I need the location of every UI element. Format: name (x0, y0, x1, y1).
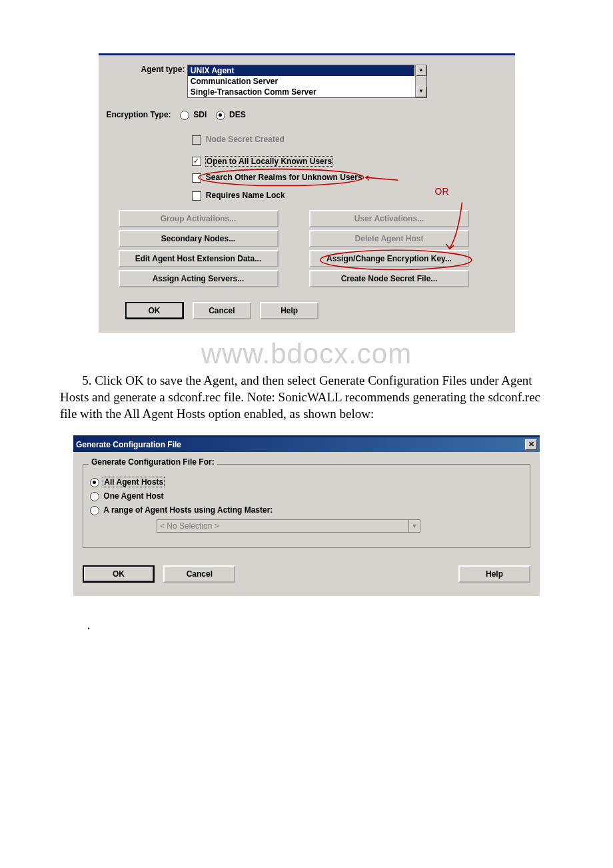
checkbox-node-secret (192, 135, 201, 145)
acting-master-select: < No Selection > ▼ (157, 519, 420, 533)
agent-type-label: Agent type: (105, 65, 185, 74)
checkbox-search-other[interactable] (192, 173, 201, 183)
agent-type-option-unix[interactable]: UNIX Agent (188, 65, 414, 76)
radio-sdi-label: SDI (193, 110, 207, 119)
radio-all-agent-hosts-label: All Agent Hosts (103, 477, 164, 487)
agent-type-listbox[interactable]: UNIX Agent Communication Server Single-T… (187, 65, 427, 98)
radio-des-label: DES (229, 110, 246, 119)
agent-host-dialog: OR Agent type: UNIX Agent Communication … (99, 53, 515, 333)
checkbox-node-secret-label: Node Secret Created (206, 135, 285, 144)
user-activations-button: User Activations... (309, 210, 469, 227)
group-activations-button: Group Activations... (119, 210, 279, 227)
dialog-title: Generate Configuration File (76, 440, 181, 449)
ok-button[interactable]: OK (83, 565, 155, 583)
radio-one-agent-host[interactable] (90, 492, 99, 501)
radio-range-agent-hosts-label: A range of Agent Hosts using Acting Mast… (103, 505, 273, 515)
radio-des[interactable] (216, 111, 225, 120)
edit-extension-data-button[interactable]: Edit Agent Host Extension Data... (119, 250, 279, 267)
radio-all-agent-hosts[interactable] (90, 478, 99, 487)
ok-button[interactable]: OK (125, 302, 184, 319)
radio-sdi[interactable] (180, 111, 189, 120)
assign-change-key-button[interactable]: Assign/Change Encryption Key... (309, 250, 469, 267)
cancel-button[interactable]: Cancel (193, 302, 251, 319)
secondary-nodes-button[interactable]: Secondary Nodes... (119, 230, 279, 247)
scroll-down-icon[interactable]: ▼ (416, 87, 426, 97)
cancel-button[interactable]: Cancel (163, 565, 235, 583)
create-node-secret-button[interactable]: Create Node Secret File... (309, 270, 469, 287)
generate-config-dialog: Generate Configuration File ✕ Generate C… (73, 435, 540, 595)
delete-agent-host-button: Delete Agent Host (309, 230, 469, 247)
help-button[interactable]: Help (458, 565, 530, 583)
checkbox-search-other-label: Search Other Realms for Unknown Users (206, 173, 362, 182)
checkbox-requires-lock-label: Requires Name Lock (206, 191, 285, 200)
generate-for-groupbox: Generate Configuration File For: All Age… (83, 464, 530, 547)
chevron-down-icon: ▼ (408, 520, 420, 532)
assign-acting-servers-button[interactable]: Assign Acting Servers... (119, 270, 279, 287)
close-icon[interactable]: ✕ (525, 439, 537, 450)
titlebar: Generate Configuration File ✕ (73, 437, 540, 452)
radio-one-agent-host-label: One Agent Host (103, 491, 163, 501)
agent-type-option-comm[interactable]: Communication Server (188, 76, 414, 87)
agent-type-option-single[interactable]: Single-Transaction Comm Server (188, 87, 414, 97)
checkbox-open-all[interactable] (192, 157, 201, 166)
scroll-up-icon[interactable]: ▲ (416, 65, 426, 76)
acting-master-value: < No Selection > (160, 521, 219, 531)
instruction-step-5: 5. Click OK to save the Agent, and then … (60, 373, 553, 422)
checkbox-requires-lock[interactable] (192, 191, 201, 201)
bullet-dot: . (87, 616, 553, 633)
agent-type-scrollbar[interactable]: ▲ ▼ (415, 65, 426, 97)
encryption-type-label: Encryption Type: (107, 110, 171, 119)
radio-range-agent-hosts[interactable] (90, 506, 99, 515)
checkbox-open-all-label: Open to All Locally Known Users (206, 157, 332, 166)
help-button[interactable]: Help (260, 302, 318, 319)
groupbox-title: Generate Configuration File For: (89, 457, 217, 467)
watermark-text: www.bdocx.com (60, 338, 553, 370)
